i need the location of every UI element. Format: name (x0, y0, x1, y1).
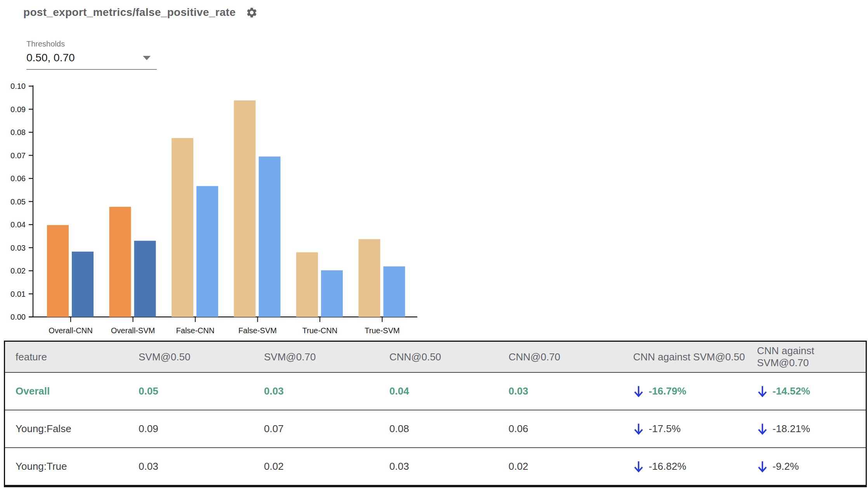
column-header-feature: feature (5, 342, 139, 372)
page-title: post_export_metrics/false_positive_rate (23, 6, 236, 19)
column-header-cnn-070: CNN@0.70 (509, 342, 633, 372)
metric-cell: 0.02 (509, 448, 633, 485)
metric-cell: 0.08 (389, 410, 509, 447)
y-tick-label: 0.03 (10, 244, 26, 252)
y-tick-label: 0.05 (10, 197, 26, 206)
arrow-down-icon (633, 385, 644, 397)
y-tick-label: 0.04 (10, 220, 26, 229)
bar-False-CNN-threshold0.50 (172, 138, 193, 317)
arrow-down-icon (757, 385, 768, 397)
delta-value: -16.82% (649, 460, 686, 472)
settings-gear-icon[interactable] (246, 7, 258, 19)
y-tick-label: 0.07 (10, 151, 26, 160)
delta-value: -18.21% (773, 423, 810, 435)
metric-cell: 0.09 (139, 410, 264, 447)
column-header-cnn-050: CNN@0.50 (389, 342, 509, 372)
delta-value: -14.52% (773, 385, 810, 397)
arrow-down-icon (757, 460, 768, 472)
column-header-cnn-vs-svm-050: CNN against SVM@0.50 (633, 342, 757, 372)
x-category-label: Overall-CNN (49, 326, 92, 335)
x-category-label: True-SVM (365, 326, 399, 335)
column-header-cnn-vs-svm-070: CNN against SVM@0.70 (757, 342, 866, 372)
bar-False-SVM-threshold0.50 (234, 100, 256, 317)
delta-cell: -18.21% (757, 410, 866, 447)
delta-cell: -16.79% (633, 373, 757, 410)
column-header-svm-070: SVM@0.70 (264, 342, 389, 372)
arrow-down-icon (633, 423, 644, 435)
metric-cell: 0.06 (509, 410, 633, 447)
metric-cell: 0.03 (389, 448, 509, 485)
y-tick-label: 0.06 (10, 174, 26, 183)
feature-cell: Young:False (5, 410, 139, 447)
table-row-overall: Overall 0.05 0.03 0.04 0.03 -16.79% -14.… (5, 372, 866, 410)
delta-cell: -9.2% (757, 448, 866, 485)
delta-value: -9.2% (773, 460, 799, 472)
bar-True-SVM-threshold0.50 (359, 239, 380, 317)
y-tick-label: 0.09 (10, 105, 26, 114)
table-row-young-false: Young:False 0.09 0.07 0.08 0.06 -17.5% -… (5, 410, 866, 447)
metric-cell: 0.04 (389, 373, 509, 410)
metric-cell: 0.03 (139, 448, 264, 485)
bar-Overall-SVM-threshold0.50 (109, 207, 131, 317)
thresholds-label: Thresholds (26, 40, 157, 48)
y-tick-label: 0.01 (10, 290, 26, 298)
metrics-table: feature SVM@0.50 SVM@0.70 CNN@0.50 CNN@0… (4, 341, 867, 487)
y-tick-label: 0.08 (10, 128, 26, 137)
feature-cell: Young:True (5, 448, 139, 485)
delta-cell: -17.5% (633, 410, 757, 447)
x-category-label: True-CNN (302, 326, 337, 335)
bar-False-SVM-threshold0.70 (259, 156, 281, 317)
bar-Overall-CNN-threshold0.70 (72, 252, 94, 317)
x-category-label: Overall-SVM (111, 326, 155, 335)
bar-True-SVM-threshold0.70 (384, 266, 405, 317)
bar-False-CNN-threshold0.70 (196, 186, 218, 317)
delta-cell: -14.52% (757, 373, 866, 410)
column-header-svm-050: SVM@0.50 (139, 342, 264, 372)
table-header-row: feature SVM@0.50 SVM@0.70 CNN@0.50 CNN@0… (5, 342, 866, 372)
metric-cell: 0.05 (139, 373, 264, 410)
arrow-down-icon (757, 423, 768, 435)
metric-cell: 0.07 (264, 410, 389, 447)
false-positive-rate-bar-chart: 0.000.010.020.030.040.050.060.070.080.09… (0, 78, 427, 341)
feature-cell: Overall (5, 373, 139, 410)
table-row-young-true: Young:True 0.03 0.02 0.03 0.02 -16.82% -… (5, 447, 866, 485)
x-category-label: False-CNN (176, 326, 215, 335)
bar-True-CNN-threshold0.50 (296, 252, 318, 317)
delta-cell: -16.82% (633, 448, 757, 485)
metric-cell: 0.03 (509, 373, 633, 410)
y-tick-label: 0.02 (10, 266, 26, 275)
bar-True-CNN-threshold0.70 (321, 270, 343, 317)
delta-value: -16.79% (649, 385, 686, 397)
y-tick-label: 0.10 (10, 82, 26, 90)
delta-value: -17.5% (649, 423, 681, 435)
metric-header: post_export_metrics/false_positive_rate (23, 6, 258, 19)
y-tick-label: 0.00 (10, 313, 26, 321)
bar-Overall-SVM-threshold0.70 (134, 241, 156, 317)
metric-cell: 0.03 (264, 373, 389, 410)
arrow-down-icon (633, 460, 644, 472)
thresholds-dropdown[interactable]: Thresholds 0.50, 0.70 (26, 40, 157, 70)
metric-cell: 0.02 (264, 448, 389, 485)
thresholds-value: 0.50, 0.70 (26, 52, 75, 64)
dropdown-arrow-icon[interactable] (143, 56, 151, 60)
x-category-label: False-SVM (238, 326, 277, 335)
bar-Overall-CNN-threshold0.50 (47, 225, 69, 317)
